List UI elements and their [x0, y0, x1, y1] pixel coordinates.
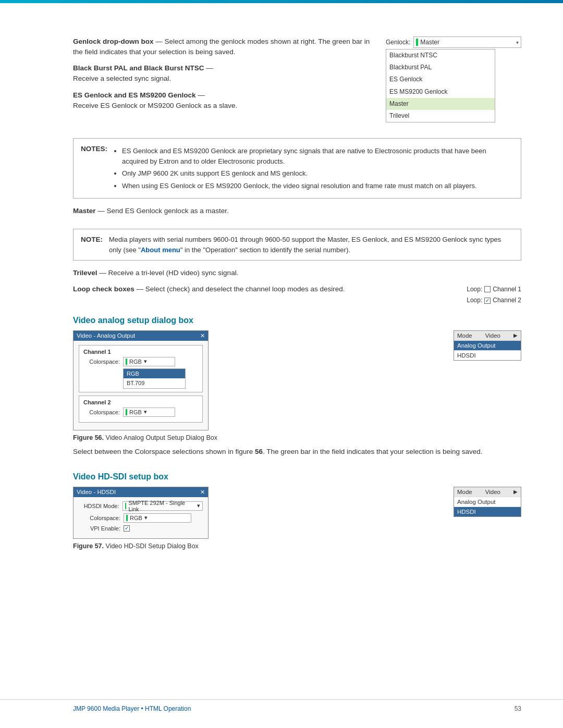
- black-burst-section: Black Burst PAL and Black Burst NTSC — R…: [73, 63, 370, 84]
- hdsdi-mw-analog-label: Analog Output: [457, 499, 496, 505]
- dialog-colorspace-row1: Colorspace: RGB ▾: [83, 357, 198, 366]
- mode-widget-analog-row[interactable]: Analog Output: [454, 341, 521, 351]
- hdsdi-cs-green-bar: [126, 515, 128, 521]
- hdsdi-mode-label: HDSDI Mode:: [79, 503, 119, 509]
- figure-56-text: Video Analog Output Setup Dialog Box: [104, 434, 217, 441]
- figure-56-bold: Figure 56.: [73, 434, 104, 441]
- select-arrow-2[interactable]: ▾: [144, 409, 147, 415]
- mw-mode-label: Mode: [457, 332, 472, 339]
- loop-para: Loop check boxes — Select (check) and de…: [73, 284, 521, 294]
- colorspace-dropdown: RGB BT.709: [123, 368, 186, 389]
- list-item-master[interactable]: Master: [386, 98, 495, 110]
- hdsdi-vpi-label: VPI Enable:: [79, 525, 120, 532]
- page: Genlock drop-down box — Select among the…: [0, 0, 563, 728]
- colorspace-select-1[interactable]: RGB ▾: [123, 357, 175, 366]
- hdsdi-mode-widget-analog-row[interactable]: Analog Output: [454, 497, 521, 507]
- loop-widget: Loop: Channel 1 Loop: ✓ Channel 2: [467, 284, 521, 306]
- video-analog-mode-widget: Mode Video ▶ Analog Output HDSDI: [454, 330, 521, 361]
- video-analog-figure-box: Video - Analog Output ✕ Channel 1 Colors…: [73, 330, 438, 443]
- genlock-dropdown-widget: Genlock: Master ▾ Blackburst NTSC Blackb…: [386, 36, 521, 122]
- notes-item-2: Only JMP 9600 2K units support ES genloc…: [122, 168, 513, 179]
- loop-section: Loop: Channel 1 Loop: ✓ Channel 2 Loop c…: [73, 284, 521, 306]
- dialog-close-icon[interactable]: ✕: [200, 332, 205, 339]
- loop-channel-1: Channel 1: [493, 284, 521, 295]
- colorspace-value-2: RGB: [129, 409, 142, 415]
- dialog-titlebar: Video - Analog Output ✕: [74, 331, 208, 341]
- figure-56-caption: Figure 56. Video Analog Output Setup Dia…: [73, 434, 438, 443]
- hdsdi-cs-arrow[interactable]: ▾: [144, 514, 148, 521]
- mode-widget-analog: Mode Video ▶ Analog Output HDSDI: [454, 330, 521, 361]
- video-hdsdi-section-header: Video HD-SDI setup box: [73, 472, 521, 482]
- footer-page-number: 53: [515, 705, 521, 712]
- footer: JMP 9600 Media Player • HTML Operation 5…: [0, 699, 563, 712]
- about-menu-link[interactable]: About menu: [141, 246, 180, 254]
- hdsdi-mode-select[interactable]: SMPTE 292M - Single Link ▾: [123, 501, 203, 511]
- hdsdi-arrow[interactable]: ▾: [197, 502, 200, 509]
- notes-title: NOTES:: [81, 144, 107, 193]
- loop-checkbox-1[interactable]: [484, 286, 491, 292]
- genlock-selected-value: Master: [420, 39, 516, 46]
- loop-label-2: Loop:: [467, 295, 482, 306]
- mw-mode-value: Video: [485, 332, 500, 339]
- list-item[interactable]: Blackburst NTSC: [386, 50, 495, 61]
- genlock-section: Genlock drop-down box — Select among the…: [73, 36, 521, 122]
- list-item[interactable]: ES MS9200 Genlock: [386, 86, 495, 98]
- dialog-body: Channel 1 Colorspace: RGB ▾: [74, 341, 208, 430]
- hdsdi-dialog: Video - HDSDI ✕ HDSDI Mode: SMPTE 292M -…: [73, 487, 209, 539]
- figure-57-text: Video HD-SDI Setup Dialog Box: [104, 542, 199, 550]
- list-item[interactable]: Blackburst PAL: [386, 61, 495, 73]
- select-green-bar: [126, 359, 127, 365]
- dropdown-item-bt709[interactable]: BT.709: [124, 378, 185, 388]
- loop-label-1: Loop:: [467, 284, 482, 295]
- colorspace-label-1: Colorspace:: [83, 359, 120, 365]
- es-genlock-desc: Receive ES Genlock or MS9200 Genlock as …: [73, 101, 370, 111]
- genlock-intro-para: Genlock drop-down box — Select among the…: [73, 36, 370, 58]
- mode-widget-hdsdi: Mode Video ▶ Analog Output HDSDI: [454, 487, 521, 517]
- dropdown-item-rgb[interactable]: RGB: [124, 369, 185, 379]
- loop-row-2: Loop: ✓ Channel 2: [467, 295, 521, 306]
- hdsdi-mode-widget-hdsdi-row[interactable]: HDSDI: [454, 507, 521, 516]
- video-analog-section-header: Video analog setup dialog box: [73, 316, 521, 325]
- colorspace-value-1: RGB: [129, 359, 142, 365]
- dialog-channel1-title: Channel 1: [83, 349, 198, 355]
- master-para: Master — Send ES Genlock genlock as a ma…: [73, 206, 521, 216]
- dialog-channel1-group: Channel 1 Colorspace: RGB ▾: [79, 345, 203, 392]
- note-title: NOTE:: [81, 235, 103, 255]
- content-area: Genlock drop-down box — Select among the…: [73, 31, 521, 555]
- hdsdi-mode-widget-mode-row: Mode Video ▶: [454, 487, 521, 497]
- colorspace-select-2[interactable]: RGB ▾: [123, 408, 175, 417]
- hdsdi-colorspace-value: RGB: [130, 515, 142, 521]
- select-arrow-1[interactable]: ▾: [144, 358, 147, 365]
- master-bold: Master: [73, 207, 96, 215]
- genlock-dropdown-arrow[interactable]: ▾: [516, 40, 519, 45]
- hdsdi-body: HDSDI Mode: SMPTE 292M - Single Link ▾ C…: [74, 497, 208, 538]
- loop-checkbox-2[interactable]: ✓: [484, 298, 491, 304]
- video-analog-description: Select between the Colorspace selections…: [73, 447, 521, 457]
- mode-widget-hdsdi-row[interactable]: HDSDI: [454, 351, 521, 360]
- mode-widget-mode-row: Mode Video ▶: [454, 331, 521, 341]
- notes-list: ES Genlock and ES MS9200 Genlock are pro…: [122, 146, 513, 193]
- trilevel-bold: Trilevel: [73, 269, 97, 277]
- genlock-dropdown-list: Blackburst NTSC Blackburst PAL ES Genloc…: [386, 49, 495, 122]
- hdsdi-vpi-checkbox[interactable]: ✓: [124, 525, 130, 532]
- hdsdi-titlebar: Video - HDSDI ✕: [74, 487, 208, 497]
- hdsdi-mw-mode-value: Video: [485, 489, 500, 495]
- genlock-select-box[interactable]: Master ▾: [413, 36, 521, 48]
- list-item[interactable]: Trilevel: [386, 110, 495, 122]
- list-item[interactable]: ES Genlock: [386, 73, 495, 85]
- hdsdi-colorspace-select[interactable]: RGB ▾: [124, 513, 191, 523]
- genlock-label: Genlock:: [386, 39, 410, 46]
- hdsdi-close-icon[interactable]: ✕: [200, 489, 205, 496]
- green-bar-indicator: [416, 39, 418, 46]
- hdsdi-dialog-title: Video - HDSDI: [77, 489, 116, 495]
- video-hdsdi-mode-widget-container: Mode Video ▶ Analog Output HDSDI: [454, 487, 521, 517]
- video-hdsdi-figure-row: Video - HDSDI ✕ HDSDI Mode: SMPTE 292M -…: [73, 487, 521, 551]
- video-analog-dialog: Video - Analog Output ✕ Channel 1 Colors…: [73, 330, 209, 430]
- mw-analog-label: Analog Output: [457, 342, 496, 349]
- hdsdi-colorspace-row: Colorspace: RGB ▾: [79, 513, 203, 523]
- notes-item-1: ES Genlock and ES MS9200 Genlock are pro…: [122, 146, 513, 166]
- black-burst-title: Black Burst PAL and Black Burst NTSC —: [73, 63, 370, 73]
- mw-arrow-icon: ▶: [513, 332, 518, 338]
- dialog-colorspace-row2: Colorspace: RGB ▾: [83, 408, 198, 417]
- loop-channel-2: Channel 2: [493, 295, 521, 306]
